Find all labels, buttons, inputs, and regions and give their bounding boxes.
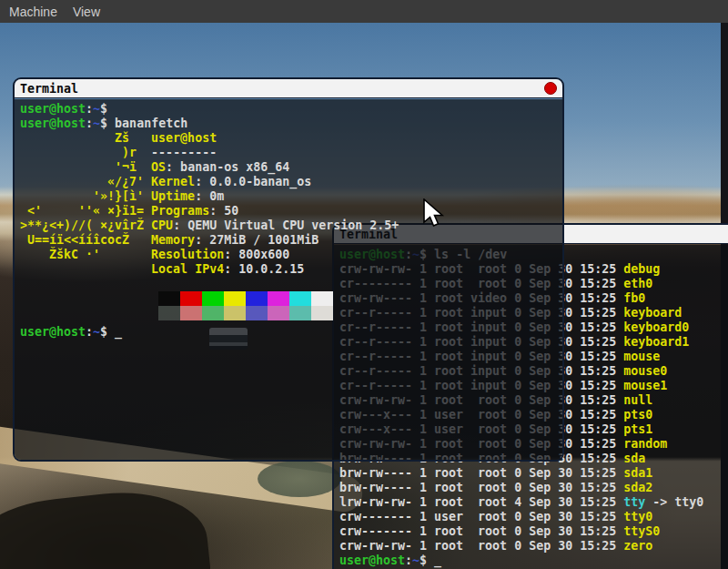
terminal-line: )r --------- bbox=[20, 146, 562, 160]
terminal-content[interactable]: user@host:~$user@host:~$ bananfetch Zš u… bbox=[15, 99, 562, 460]
terminal-window-1: Terminal user@host:~$user@host:~$ bananf… bbox=[13, 77, 564, 462]
terminal-line: Zš user@host bbox=[20, 131, 562, 146]
terminal-line: brw-rw---- 1 root root 0 Sep 30 15:25 sd… bbox=[339, 481, 728, 495]
terminal-line: <' ''« ×}ï1= Programs: 50 bbox=[20, 204, 562, 218]
color-swatch bbox=[289, 291, 311, 306]
fetch-output: user@host:~$user@host:~$ bananfetch Zš u… bbox=[20, 102, 562, 291]
terminal-line: '»!}[ì' Uptime: 0m bbox=[20, 189, 562, 204]
color-swatch bbox=[268, 306, 289, 320]
terminal-line: brw-rw---- 1 root root 0 Sep 30 15:25 sd… bbox=[339, 466, 728, 481]
menu-item-machine[interactable]: Machine bbox=[9, 5, 57, 19]
terminal-line: U==íï<<ííîcocŽ Memory: 27MiB / 1001MiB bbox=[20, 233, 562, 248]
color-swatch bbox=[289, 306, 311, 320]
color-swatch bbox=[268, 291, 289, 306]
terminal-line: >**¿<+)//( ×¿vîrŽ CPU: QEMU Virtual CPU … bbox=[20, 218, 562, 233]
color-swatch bbox=[180, 291, 202, 306]
color-swatch bbox=[246, 306, 268, 320]
color-swatch bbox=[202, 291, 224, 306]
terrain-patch bbox=[258, 461, 341, 497]
window-titlebar[interactable]: Terminal bbox=[15, 79, 562, 98]
color-swatch bbox=[202, 306, 224, 320]
color-swatch bbox=[246, 291, 268, 306]
color-swatch bbox=[158, 306, 180, 320]
terminal-line: user@host:~$ _ bbox=[339, 554, 728, 568]
rocks-bottom-left bbox=[0, 483, 216, 569]
terminal-line bbox=[20, 277, 562, 291]
terminal-line: '¬ï OS: banan-os x86_64 bbox=[20, 160, 562, 175]
terminal-line: crw------- 1 root root 0 Sep 30 15:25 tt… bbox=[339, 524, 728, 539]
color-swatch bbox=[311, 306, 333, 320]
terminal-line: «/¿7' Kernel: 0.0.0-banan_os bbox=[20, 175, 562, 189]
color-swatch bbox=[224, 306, 246, 320]
terminal-line: user@host:~$ bbox=[20, 102, 562, 117]
close-button[interactable] bbox=[544, 82, 557, 95]
prompt-line: user@host:~$ _ bbox=[20, 325, 562, 340]
terminal-line: crw-rw-rw- 1 root root 0 Sep 30 15:25 ze… bbox=[339, 539, 728, 554]
terminal-line: user@host:~$ bananfetch bbox=[20, 117, 562, 131]
mouse-cursor-icon bbox=[422, 198, 446, 233]
color-swatch bbox=[180, 306, 202, 320]
color-swatch bbox=[224, 291, 246, 306]
terminal-line: Local IPv4: 10.0.2.15 bbox=[20, 262, 562, 277]
color-palette-row bbox=[158, 291, 562, 306]
menu-bar: Machine View bbox=[0, 0, 728, 23]
window-title: Terminal bbox=[20, 82, 78, 96]
terminal-line: crw------- 1 user root 0 Sep 30 15:25 tt… bbox=[339, 510, 728, 524]
terminal-line: user@host:~$ _ bbox=[20, 325, 562, 340]
terminal-line: lrw-rw-rw- 1 root root 4 Sep 30 15:25 tt… bbox=[339, 495, 728, 510]
color-swatch bbox=[311, 291, 333, 306]
color-palette-row bbox=[158, 306, 562, 320]
color-swatch bbox=[158, 291, 180, 306]
terminal-line: ŽškC ·' Resolution: 800x600 bbox=[20, 248, 562, 262]
menu-item-view[interactable]: View bbox=[73, 5, 100, 19]
